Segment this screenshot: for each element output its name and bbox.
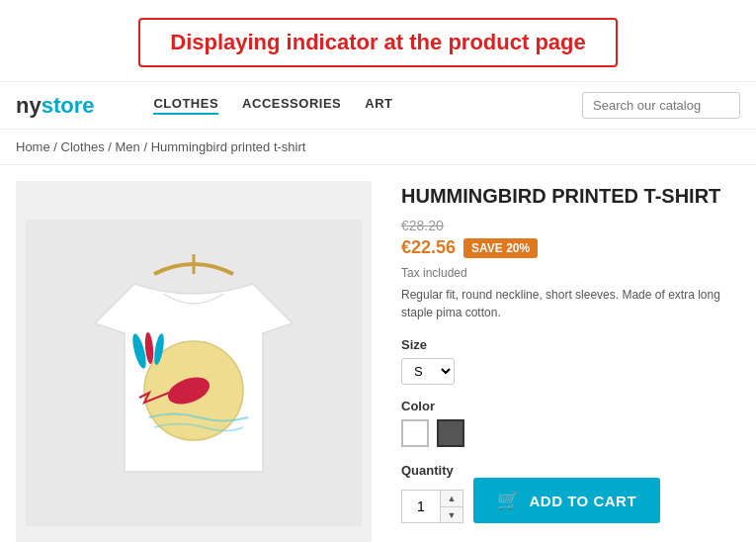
breadcrumb-men[interactable]: Men <box>115 139 139 154</box>
breadcrumb-sep1: / <box>53 139 60 154</box>
cart-icon: 🛒 <box>497 490 520 511</box>
color-swatch-dark[interactable] <box>437 419 464 447</box>
quantity-label: Quantity <box>401 463 740 478</box>
add-to-cart-button[interactable]: 🛒 ADD TO CART <box>473 478 660 523</box>
logo[interactable]: nystore <box>16 93 94 119</box>
color-swatch-white[interactable] <box>401 419 429 447</box>
breadcrumb-current: Hummingbird printed t-shirt <box>151 139 306 154</box>
save-badge: SAVE 20% <box>463 238 538 258</box>
product-image-wrap <box>16 181 372 542</box>
qty-buttons: ▲ ▼ <box>440 491 462 522</box>
add-to-cart-label: ADD TO CART <box>530 493 637 509</box>
breadcrumb-home[interactable]: Home <box>16 139 50 154</box>
product-image <box>26 220 362 526</box>
product-description: Regular fit, round neckline, short sleev… <box>401 286 740 321</box>
main-nav: CLOTHES ACCESSORIES ART <box>153 96 582 115</box>
product-area: HUMMINGBIRD PRINTED T-SHIRT €28.20 €22.5… <box>0 165 756 542</box>
tax-info: Tax included <box>401 266 740 280</box>
breadcrumb-clothes[interactable]: Clothes <box>61 139 105 154</box>
quantity-input[interactable] <box>402 495 440 518</box>
nav-clothes[interactable]: CLOTHES <box>153 96 218 115</box>
price-original: €28.20 <box>401 218 740 233</box>
banner-text: Displaying indicator at the product page <box>138 18 618 67</box>
price-row: €22.56 SAVE 20% <box>401 237 740 258</box>
qty-up-button[interactable]: ▲ <box>441 491 462 506</box>
search-input[interactable] <box>582 92 740 119</box>
color-swatches <box>401 419 740 447</box>
color-label: Color <box>401 399 740 413</box>
breadcrumb-sep3: / <box>143 139 150 154</box>
logo-my: ny <box>16 93 42 118</box>
product-image-svg <box>75 244 312 501</box>
size-select[interactable]: S M L XL <box>401 358 455 385</box>
nav-accessories[interactable]: ACCESSORIES <box>242 96 341 115</box>
logo-store: store <box>42 93 95 118</box>
size-label: Size <box>401 337 740 352</box>
price-current: €22.56 <box>401 237 456 258</box>
nav-art[interactable]: ART <box>365 96 392 115</box>
product-details: HUMMINGBIRD PRINTED T-SHIRT €28.20 €22.5… <box>401 181 740 542</box>
header: nystore CLOTHES ACCESSORIES ART <box>0 82 756 130</box>
qty-down-button[interactable]: ▼ <box>441 506 462 522</box>
breadcrumb: Home / Clothes / Men / Hummingbird print… <box>0 130 756 165</box>
quantity-input-wrap: ▲ ▼ <box>401 490 463 523</box>
product-title: HUMMINGBIRD PRINTED T-SHIRT <box>401 185 740 208</box>
quantity-row: ▲ ▼ 🛒 ADD TO CART <box>401 478 740 535</box>
banner: Displaying indicator at the product page <box>0 0 756 82</box>
